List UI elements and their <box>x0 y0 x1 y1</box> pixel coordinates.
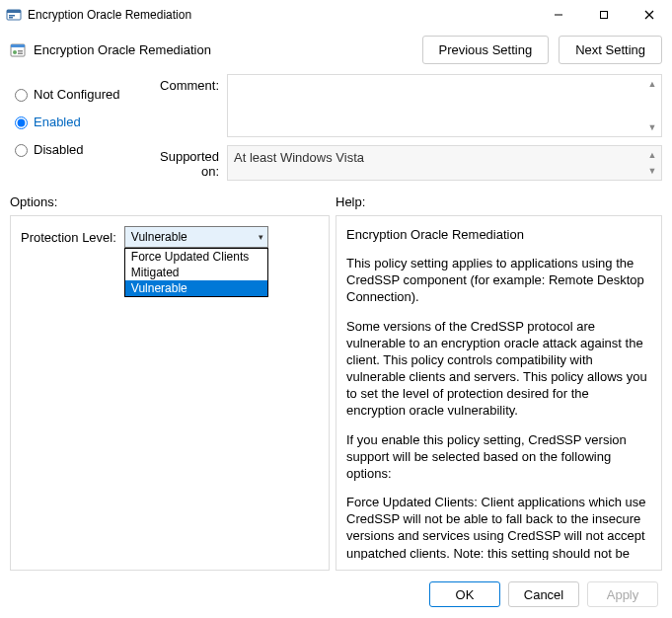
protection-level-select-wrap: Vulnerable ▾ Force Updated Clients Mitig… <box>124 226 268 248</box>
svg-rect-1 <box>7 10 21 13</box>
fields-column: Comment: ▲ ▼ Supported on: At least Wind… <box>148 74 662 181</box>
dialog-button-bar: OK Cancel Apply <box>0 571 672 618</box>
state-radio-group: Not Configured Enabled Disabled <box>10 74 138 181</box>
title-bar: Encryption Oracle Remediation <box>0 0 672 30</box>
ok-button[interactable]: OK <box>429 581 500 607</box>
previous-setting-button[interactable]: Previous Setting <box>422 36 550 64</box>
window-controls <box>536 0 672 30</box>
radio-enabled-label: Enabled <box>34 115 81 129</box>
comment-scroll-up-icon[interactable]: ▲ <box>645 77 659 91</box>
maximize-button[interactable] <box>581 0 627 30</box>
protection-level-select[interactable]: Vulnerable ▾ <box>124 226 268 248</box>
svg-rect-3 <box>9 17 13 19</box>
protection-level-dropdown: Force Updated Clients Mitigated Vulnerab… <box>124 248 268 297</box>
svg-rect-11 <box>18 50 23 52</box>
radio-enabled[interactable]: Enabled <box>10 108 138 135</box>
config-area: Not Configured Enabled Disabled Comment:… <box>0 74 672 181</box>
help-paragraph-3: If you enable this policy setting, CredS… <box>346 431 647 482</box>
svg-rect-12 <box>18 52 23 54</box>
radio-enabled-input[interactable] <box>15 116 28 129</box>
help-text-body: Encryption Oracle Remediation This polic… <box>346 226 647 560</box>
dropdown-item-vulnerable[interactable]: Vulnerable <box>125 280 267 296</box>
cancel-button[interactable]: Cancel <box>508 581 579 607</box>
policy-subtitle: Encryption Oracle Remediation <box>34 42 412 57</box>
help-paragraph-4: Force Updated Clients: Client applicatio… <box>346 494 647 560</box>
comment-textarea[interactable]: ▲ ▼ <box>227 74 662 137</box>
app-icon <box>6 7 22 23</box>
supported-scroll-up-icon: ▲ <box>645 148 659 162</box>
next-setting-button[interactable]: Next Setting <box>559 36 662 64</box>
radio-not-configured-label: Not Configured <box>34 87 119 102</box>
options-panel: Protection Level: Vulnerable ▾ Force Upd… <box>10 215 330 571</box>
help-paragraph-2: Some versions of the CredSSP protocol ar… <box>346 318 647 420</box>
supported-on-box: At least Windows Vista ▲ ▼ <box>227 145 662 181</box>
help-paragraph-1: This policy setting applies to applicati… <box>346 255 647 305</box>
help-title: Encryption Oracle Remediation <box>346 226 647 243</box>
radio-disabled[interactable]: Disabled <box>10 135 138 163</box>
policy-icon <box>10 42 26 58</box>
header-row: Encryption Oracle Remediation Previous S… <box>0 30 672 74</box>
options-section-label: Options: <box>10 194 336 209</box>
comment-scroll-down-icon[interactable]: ▼ <box>645 120 659 134</box>
help-section-label: Help: <box>336 194 662 209</box>
section-labels-row: Options: Help: <box>0 181 672 215</box>
minimize-button[interactable] <box>536 0 581 30</box>
radio-disabled-input[interactable] <box>15 144 28 157</box>
comment-label: Comment: <box>148 74 227 93</box>
svg-rect-2 <box>9 15 15 17</box>
svg-rect-9 <box>11 44 25 47</box>
supported-label: Supported on: <box>148 145 227 179</box>
chevron-down-icon: ▾ <box>259 232 263 242</box>
supported-row: Supported on: At least Windows Vista ▲ ▼ <box>148 145 662 181</box>
window-title: Encryption Oracle Remediation <box>28 8 536 22</box>
close-button[interactable] <box>627 0 672 30</box>
supported-scroll-down-icon: ▼ <box>645 164 659 178</box>
radio-not-configured-input[interactable] <box>15 89 28 102</box>
comment-row: Comment: ▲ ▼ <box>148 74 662 137</box>
protection-level-row: Protection Level: Vulnerable ▾ Force Upd… <box>21 226 319 248</box>
apply-button: Apply <box>587 581 658 607</box>
protection-level-label: Protection Level: <box>21 230 116 245</box>
protection-level-selected: Vulnerable <box>131 230 187 244</box>
radio-not-configured[interactable]: Not Configured <box>10 80 138 108</box>
dropdown-item-mitigated[interactable]: Mitigated <box>125 265 267 280</box>
panels-row: Protection Level: Vulnerable ▾ Force Upd… <box>0 215 672 571</box>
policy-editor-window: Encryption Oracle Remediation Encrypti <box>0 0 672 618</box>
svg-rect-5 <box>601 12 608 19</box>
radio-disabled-label: Disabled <box>34 142 84 157</box>
svg-point-10 <box>13 50 17 54</box>
dropdown-item-force-updated[interactable]: Force Updated Clients <box>125 249 267 265</box>
supported-on-value: At least Windows Vista <box>234 150 364 165</box>
help-panel: Encryption Oracle Remediation This polic… <box>336 215 662 571</box>
